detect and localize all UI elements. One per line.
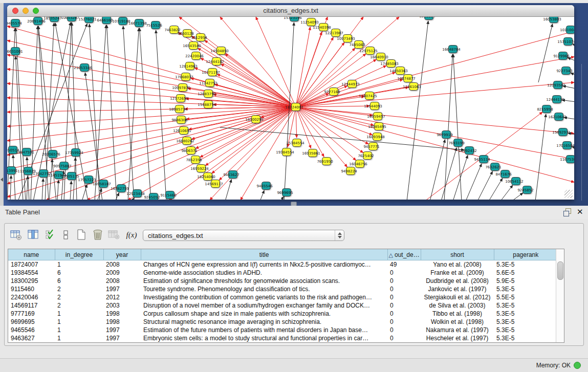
table-cell[interactable]: 6 (55, 269, 103, 277)
column-header-short[interactable]: short (421, 249, 494, 260)
table-selector-dropdown[interactable]: citations_edges.txt (143, 230, 344, 241)
table-row[interactable]: 1872400712008Changes of HCN gene express… (8, 260, 557, 269)
table-cell[interactable]: 5.6E-5 (494, 269, 557, 277)
left-collapse-arrow-icon[interactable] (1, 178, 3, 182)
graph-edge[interactable] (296, 107, 574, 159)
graph-edge[interactable] (477, 171, 492, 200)
graph-edge[interactable] (512, 193, 523, 200)
graph-edge[interactable] (573, 44, 574, 46)
graph-edge[interactable] (42, 179, 43, 200)
table-cell[interactable]: Estimation of the future numbers of pati… (141, 326, 387, 334)
table-cell[interactable]: 5.3E-5 (494, 260, 557, 269)
delete-attribute-icon[interactable] (91, 228, 105, 242)
graph-edge[interactable] (296, 107, 374, 125)
table-cell[interactable]: 5.3E-5 (494, 301, 557, 310)
table-cell[interactable]: 2 (55, 285, 103, 293)
table-cell[interactable]: 5.3E-5 (494, 326, 557, 334)
table-cell[interactable]: Franke et al. (2009) (421, 269, 494, 277)
network-window[interactable]: citations_edges.txt 18724007746382286601… (7, 5, 574, 200)
graph-edge[interactable] (57, 180, 58, 200)
graph-edge[interactable] (441, 148, 456, 200)
table-cell[interactable]: Wolkin et al. (1998) (421, 318, 494, 326)
column-header-out-degree[interactable]: △out_de… (387, 249, 421, 260)
table-cell[interactable]: Embryonic stem cells: a model to study s… (141, 334, 387, 342)
table-cell[interactable]: 0 (387, 326, 421, 334)
graph-edge[interactable] (407, 21, 428, 200)
float-window-icon[interactable] (563, 208, 571, 216)
table-cell[interactable]: 1997 (103, 326, 141, 334)
graph-edge[interactable] (296, 107, 574, 182)
table-cell[interactable]: 6 (55, 277, 103, 285)
graph-edge[interactable] (128, 28, 139, 200)
table-row[interactable]: 977716911998Corpus callosum shape and si… (8, 310, 557, 318)
column-header-in-degree[interactable]: in_degree (55, 249, 103, 260)
table-cell[interactable]: 1998 (103, 310, 141, 318)
window-resize-grip[interactable] (564, 190, 573, 198)
graph-edge[interactable] (16, 56, 23, 200)
table-cell[interactable]: Structural magnetic resonance image aver… (141, 318, 387, 326)
graph-edge[interactable] (453, 156, 468, 200)
network-canvas[interactable]: 1872400774638228660128391295416543540224… (7, 17, 574, 200)
table-cell[interactable]: Genome-wide association studies in ADHD. (141, 269, 387, 277)
table-cell[interactable]: Tourette syndrome. Phenomenology and cla… (141, 285, 387, 293)
table-cell[interactable]: 0 (387, 269, 421, 277)
row-select-icon[interactable] (43, 228, 58, 242)
table-cell[interactable]: 0 (387, 293, 421, 301)
column-header-title[interactable]: title (141, 249, 387, 260)
table-row[interactable]: 946554611997Estimation of the future num… (8, 326, 557, 334)
table-cell[interactable]: 2008 (103, 260, 141, 269)
table-cell[interactable]: Disruption of a novel member of a sodium… (141, 301, 387, 310)
graph-edge[interactable] (220, 17, 296, 107)
function-builder-icon[interactable]: f(x) (124, 228, 139, 242)
graph-edge[interactable] (49, 159, 52, 200)
table-cell[interactable]: 1997 (103, 285, 141, 293)
table-row[interactable]: 1938455462009Genome-wide association stu… (8, 269, 557, 277)
window-titlebar[interactable]: citations_edges.txt (7, 5, 574, 17)
table-row[interactable]: 1456911722003Disruption of a novel membe… (8, 301, 557, 310)
column-visibility-icon[interactable] (26, 228, 40, 242)
table-cell[interactable]: 0 (387, 285, 421, 293)
table-cell[interactable]: 9463627 (8, 334, 55, 342)
graph-edge[interactable] (296, 107, 574, 134)
graph-edge[interactable] (70, 181, 71, 200)
memory-status-icon[interactable] (574, 362, 581, 369)
graph-edge[interactable] (296, 107, 368, 144)
rows-icon[interactable] (59, 228, 73, 242)
new-attribute-icon[interactable] (74, 228, 89, 242)
column-header-pagerank[interactable]: pagerank (494, 249, 557, 260)
graph-edge[interactable] (156, 30, 166, 200)
graph-edge[interactable] (115, 193, 119, 200)
graph-edge[interactable] (466, 164, 482, 200)
table-cell[interactable]: 5.5E-5 (494, 293, 557, 301)
table-cell[interactable]: 9699695 (8, 318, 55, 326)
table-scrollbar[interactable] (556, 249, 564, 342)
table-cell[interactable]: 0 (387, 310, 421, 318)
table-cell[interactable]: 1 (55, 334, 103, 342)
close-panel-icon[interactable]: ✕ (577, 207, 583, 216)
table-settings-icon[interactable] (9, 228, 23, 242)
column-header-name[interactable]: name (8, 249, 55, 260)
table-cell[interactable]: 9465546 (8, 326, 55, 334)
graph-edge[interactable] (444, 54, 452, 200)
table-cell[interactable]: 1 (55, 326, 103, 334)
table-cell[interactable]: 2008 (103, 277, 141, 285)
graph-edge[interactable] (430, 140, 445, 200)
table-scrollbar-thumb[interactable] (557, 261, 563, 280)
graph-edge[interactable] (13, 155, 15, 200)
table-cell[interactable]: 0 (387, 301, 421, 310)
table-cell[interactable]: 5.3E-5 (494, 318, 557, 326)
table-cell[interactable]: Jankovic et al. (1997) (421, 285, 494, 293)
graph-edge[interactable] (7, 69, 296, 107)
graph-edge[interactable] (571, 73, 574, 75)
table-cell[interactable]: 2009 (103, 269, 141, 277)
table-cell[interactable]: 5.9E-5 (494, 277, 557, 285)
table-cell[interactable]: 49 (387, 260, 421, 269)
table-cell[interactable]: Corpus callosum shape and size in male p… (141, 310, 387, 318)
table-cell[interactable]: 18724007 (8, 260, 55, 269)
table-cell[interactable]: 19384554 (8, 269, 55, 277)
table-cell[interactable]: 1 (55, 260, 103, 269)
table-cell[interactable]: 5.3E-5 (494, 310, 557, 318)
delete-table-icon[interactable] (107, 228, 121, 242)
table-cell[interactable]: 1998 (103, 318, 141, 326)
table-row[interactable]: 1830029562008Estimation of significance … (8, 277, 557, 285)
